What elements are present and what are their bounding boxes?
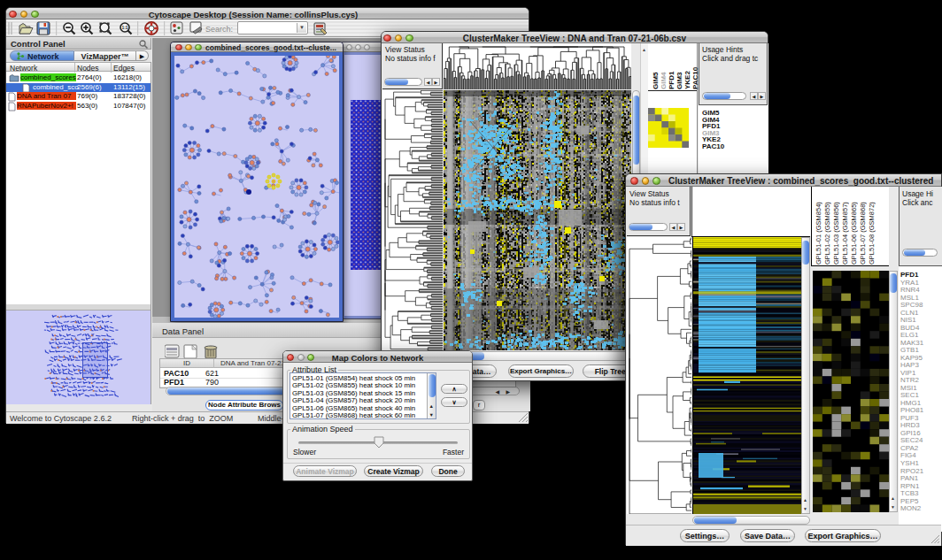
svg-text:1:1: 1:1 (121, 25, 127, 30)
